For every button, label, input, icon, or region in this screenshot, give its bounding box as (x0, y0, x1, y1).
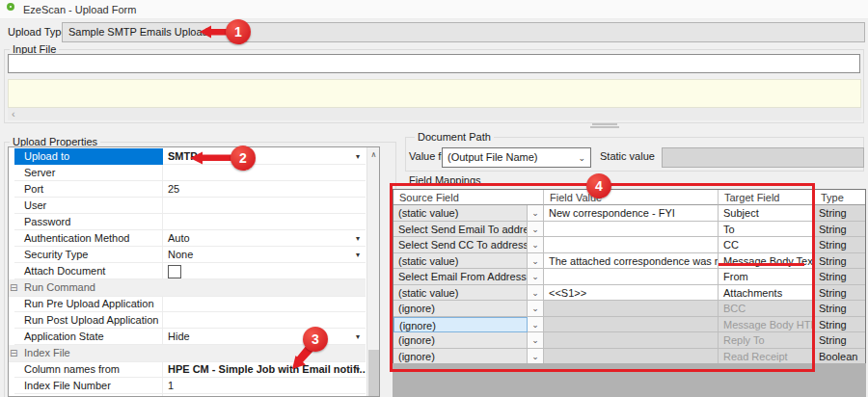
property-row[interactable]: Security TypeNone▾ (9, 247, 366, 263)
input-file-path-field[interactable] (8, 54, 860, 73)
property-value-field[interactable] (163, 296, 366, 312)
column-header-type[interactable]: Type (815, 190, 866, 205)
property-row[interactable]: Port25 (9, 181, 366, 198)
source-field-cell[interactable]: (ignore) (393, 301, 528, 317)
source-dropdown-icon[interactable]: ⌄ (528, 317, 544, 333)
property-value-field[interactable]: 25 (163, 181, 366, 198)
type-cell: String (815, 332, 866, 349)
dropdown-arrow-icon[interactable]: ▾ (352, 247, 364, 263)
property-value-field[interactable]: 1 (163, 378, 366, 394)
property-row[interactable]: Run Pre Upload Application (9, 296, 366, 312)
property-row[interactable]: Authentication MethodAuto▾ (9, 230, 366, 247)
input-file-preview-box (8, 79, 861, 108)
source-field-cell[interactable]: Select Send CC To address (393, 237, 528, 253)
source-field-cell[interactable]: (ignore) (393, 332, 528, 349)
source-field-cell[interactable]: (ignore) (393, 317, 528, 333)
property-value-field[interactable] (163, 263, 366, 279)
splitter-grip-icon[interactable] (590, 126, 619, 128)
property-label: Attach Document (14, 263, 163, 279)
property-row[interactable]: Column names fromHPE CM - Simple Job wit… (9, 361, 366, 378)
property-row[interactable]: User (9, 198, 366, 214)
source-dropdown-icon[interactable]: ⌄ (528, 205, 544, 222)
source-field-cell[interactable]: (ignore) (393, 349, 528, 365)
target-field-cell: BCC (719, 301, 815, 317)
target-field-cell: Read Receipt (719, 349, 815, 365)
property-row[interactable]: Run Post Upload Application (9, 312, 366, 329)
property-value-field[interactable]: Auto (163, 230, 366, 247)
field-value-cell[interactable] (544, 349, 719, 365)
field-value-cell[interactable] (544, 317, 719, 333)
property-value-field[interactable]: HPE CM - Simple Job with Email notifi... (163, 361, 366, 378)
target-field-cell: Message Body Text (719, 253, 815, 270)
column-header-target-field[interactable]: Target Field (719, 190, 815, 205)
source-field-cell[interactable]: (static value) (393, 253, 528, 270)
ezescan-logo-icon (7, 3, 14, 11)
property-row[interactable]: Upload toSMTP▾ (9, 148, 366, 165)
collapse-icon[interactable]: ⊟ (10, 279, 17, 296)
property-label: Upload to (14, 148, 163, 165)
dropdown-arrow-icon[interactable]: ▾ (352, 329, 364, 345)
field-value-cell[interactable]: New correspondence - FYI (544, 205, 719, 222)
source-field-cell[interactable]: (static value) (393, 205, 528, 222)
target-field-cell: From (719, 269, 815, 285)
column-header-field-value[interactable]: Field Value (544, 190, 719, 205)
property-value-field[interactable]: SMTP (163, 148, 366, 165)
property-row[interactable]: Server (9, 165, 366, 181)
splitter-grip-icon[interactable] (592, 123, 617, 125)
target-field-cell: CC (719, 237, 815, 253)
property-value-field[interactable] (163, 198, 366, 214)
property-category-row[interactable]: ⊟Index File (9, 345, 366, 362)
value-from-combobox[interactable]: (Output File Name) ⌄ (442, 147, 591, 168)
attach-document-checkbox[interactable] (168, 265, 181, 278)
property-value-field[interactable] (163, 165, 366, 181)
property-category-row[interactable]: ⊟Run Command (9, 279, 366, 297)
properties-scrollbar[interactable]: ∧ (366, 147, 380, 396)
source-dropdown-icon[interactable]: ⌄ (528, 269, 544, 285)
source-field-cell[interactable]: Select Email From Address (393, 269, 528, 285)
property-value-field[interactable] (163, 214, 366, 230)
property-value-field[interactable] (163, 312, 366, 329)
field-value-cell[interactable] (544, 269, 719, 285)
field-value-cell[interactable]: The attached correspondence was rec... (544, 253, 719, 270)
source-field-cell[interactable]: (static value) (393, 285, 528, 302)
property-row[interactable]: Application StateHide▾ (9, 329, 366, 345)
column-header-source-field[interactable]: Source Field (393, 190, 544, 205)
property-label: Run Post Upload Application (14, 312, 163, 329)
source-field-cell[interactable]: Select Send Email To address (393, 222, 528, 238)
property-row[interactable]: Attach Document (9, 263, 366, 279)
table-empty-area (393, 363, 866, 397)
property-value-field[interactable]: None (163, 247, 366, 263)
field-value-cell[interactable] (544, 332, 719, 349)
scrollbar-thumb[interactable] (368, 350, 379, 396)
value-from-selected: (Output File Name) (448, 151, 538, 163)
property-row[interactable]: Password (9, 214, 366, 230)
dropdown-arrow-icon[interactable]: ▾ (352, 361, 364, 378)
category-label: Run Command (24, 279, 95, 296)
static-value-label: Static value (600, 150, 655, 162)
type-cell: String (815, 253, 866, 270)
field-value-cell[interactable] (544, 301, 719, 317)
type-cell: String (815, 205, 866, 222)
collapse-icon[interactable]: ⊟ (10, 345, 17, 361)
field-value-cell[interactable] (544, 222, 719, 238)
field-mappings-label: Field Mappings (409, 174, 481, 186)
upload-type-label: Upload Type (8, 22, 68, 42)
input-file-horizontal-scrollbar[interactable]: ‹ (8, 108, 861, 120)
source-dropdown-icon[interactable]: ⌄ (528, 301, 544, 317)
source-dropdown-icon[interactable]: ⌄ (528, 349, 544, 365)
field-value-cell[interactable]: <<S1>> (544, 285, 719, 302)
upload-type-combobox[interactable]: Sample SMTP Emails Upload (62, 22, 865, 42)
source-dropdown-icon[interactable]: ⌄ (528, 237, 544, 253)
source-dropdown-icon[interactable]: ⌄ (528, 222, 544, 238)
property-row[interactable]: Index File Number1 (9, 378, 366, 394)
dropdown-arrow-icon[interactable]: ▾ (352, 230, 364, 247)
scroll-up-icon[interactable]: ∧ (367, 148, 380, 161)
dropdown-arrow-icon[interactable]: ▾ (352, 148, 364, 165)
title-bar: EzeScan - Upload Form (0, 0, 868, 19)
window-title: EzeScan - Upload Form (23, 0, 136, 19)
field-value-cell[interactable] (544, 237, 719, 253)
source-dropdown-icon[interactable]: ⌄ (528, 285, 544, 302)
property-value-field[interactable]: Hide (163, 329, 366, 345)
source-dropdown-icon[interactable]: ⌄ (528, 253, 544, 270)
source-dropdown-icon[interactable]: ⌄ (528, 332, 544, 349)
